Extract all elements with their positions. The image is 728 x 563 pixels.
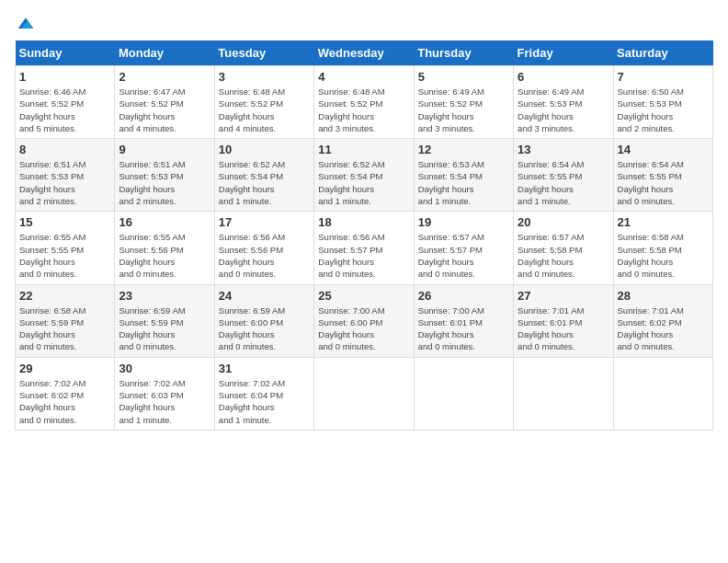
day-info: Sunrise: 6:54 AM Sunset: 5:55 PM Dayligh…	[518, 158, 609, 207]
calendar-cell	[414, 357, 513, 430]
day-number: 19	[418, 215, 509, 229]
calendar-cell: 13 Sunrise: 6:54 AM Sunset: 5:55 PM Dayl…	[514, 139, 613, 212]
day-info: Sunrise: 6:46 AM Sunset: 5:52 PM Dayligh…	[19, 86, 110, 134]
day-number: 25	[318, 289, 409, 303]
day-number: 11	[318, 143, 409, 156]
calendar-cell: 24 Sunrise: 6:59 AM Sunset: 6:00 PM Dayl…	[214, 284, 313, 357]
day-number: 9	[119, 143, 210, 156]
day-info: Sunrise: 6:51 AM Sunset: 5:53 PM Dayligh…	[19, 158, 110, 207]
day-info: Sunrise: 6:59 AM Sunset: 6:00 PM Dayligh…	[219, 304, 310, 353]
day-number: 30	[119, 362, 210, 375]
calendar-cell: 2 Sunrise: 6:47 AM Sunset: 5:52 PM Dayli…	[115, 66, 214, 139]
calendar-cell: 4 Sunrise: 6:48 AM Sunset: 5:52 PM Dayli…	[314, 66, 414, 139]
calendar-cell: 10 Sunrise: 6:52 AM Sunset: 5:54 PM Dayl…	[214, 139, 313, 212]
day-info: Sunrise: 6:59 AM Sunset: 5:59 PM Dayligh…	[119, 304, 210, 353]
day-info: Sunrise: 6:50 AM Sunset: 5:53 PM Dayligh…	[618, 86, 709, 134]
calendar-cell: 30 Sunrise: 7:02 AM Sunset: 6:03 PM Dayl…	[115, 357, 214, 430]
calendar-cell: 23 Sunrise: 6:59 AM Sunset: 5:59 PM Dayl…	[115, 284, 214, 357]
day-info: Sunrise: 7:00 AM Sunset: 6:01 PM Dayligh…	[418, 304, 509, 353]
day-number: 8	[19, 143, 110, 156]
day-number: 7	[618, 70, 709, 84]
weekday-header-wednesday: Wednesday	[314, 40, 414, 66]
day-info: Sunrise: 6:57 AM Sunset: 5:57 PM Dayligh…	[418, 231, 509, 280]
day-number: 23	[119, 289, 210, 303]
day-info: Sunrise: 6:58 AM Sunset: 5:58 PM Dayligh…	[618, 231, 709, 280]
day-info: Sunrise: 6:57 AM Sunset: 5:58 PM Dayligh…	[518, 231, 609, 280]
weekday-header-row: SundayMondayTuesdayWednesdayThursdayFrid…	[16, 40, 713, 66]
page-header	[15, 15, 713, 33]
calendar-cell: 26 Sunrise: 7:00 AM Sunset: 6:01 PM Dayl…	[414, 284, 513, 357]
weekday-header-sunday: Sunday	[16, 40, 115, 66]
day-number: 29	[19, 362, 110, 375]
day-number: 20	[518, 215, 609, 229]
day-info: Sunrise: 6:53 AM Sunset: 5:54 PM Dayligh…	[418, 158, 509, 207]
weekday-header-tuesday: Tuesday	[214, 40, 313, 66]
day-number: 13	[518, 143, 609, 156]
day-info: Sunrise: 7:00 AM Sunset: 6:00 PM Dayligh…	[318, 304, 409, 353]
calendar-cell: 21 Sunrise: 6:58 AM Sunset: 5:58 PM Dayl…	[613, 212, 712, 284]
calendar-cell: 25 Sunrise: 7:00 AM Sunset: 6:00 PM Dayl…	[314, 284, 414, 357]
calendar-cell: 18 Sunrise: 6:56 AM Sunset: 5:57 PM Dayl…	[314, 212, 414, 284]
calendar-cell: 17 Sunrise: 6:56 AM Sunset: 5:56 PM Dayl…	[214, 212, 313, 284]
day-info: Sunrise: 6:54 AM Sunset: 5:55 PM Dayligh…	[618, 158, 709, 207]
day-number: 3	[219, 70, 310, 84]
day-number: 2	[119, 70, 210, 84]
day-info: Sunrise: 7:02 AM Sunset: 6:02 PM Dayligh…	[19, 377, 110, 426]
day-number: 5	[418, 70, 509, 84]
day-info: Sunrise: 7:02 AM Sunset: 6:03 PM Dayligh…	[119, 377, 210, 426]
calendar-cell: 22 Sunrise: 6:58 AM Sunset: 5:59 PM Dayl…	[16, 284, 115, 357]
calendar-cell: 3 Sunrise: 6:48 AM Sunset: 5:52 PM Dayli…	[214, 66, 313, 139]
day-info: Sunrise: 6:56 AM Sunset: 5:56 PM Dayligh…	[219, 231, 310, 280]
day-number: 28	[618, 289, 709, 303]
calendar-cell: 29 Sunrise: 7:02 AM Sunset: 6:02 PM Dayl…	[16, 357, 115, 430]
day-number: 16	[119, 215, 210, 229]
calendar-cell: 12 Sunrise: 6:53 AM Sunset: 5:54 PM Dayl…	[414, 139, 513, 212]
logo-icon	[17, 15, 35, 33]
calendar-table: SundayMondayTuesdayWednesdayThursdayFrid…	[15, 40, 713, 431]
day-info: Sunrise: 6:49 AM Sunset: 5:52 PM Dayligh…	[418, 86, 509, 134]
calendar-cell: 31 Sunrise: 7:02 AM Sunset: 6:04 PM Dayl…	[214, 357, 313, 430]
day-number: 24	[219, 289, 310, 303]
calendar-cell	[514, 357, 613, 430]
day-number: 31	[219, 362, 310, 375]
day-number: 21	[618, 215, 709, 229]
day-number: 18	[318, 215, 409, 229]
day-number: 17	[219, 215, 310, 229]
calendar-cell: 16 Sunrise: 6:55 AM Sunset: 5:56 PM Dayl…	[115, 212, 214, 284]
calendar-week-row: 8 Sunrise: 6:51 AM Sunset: 5:53 PM Dayli…	[16, 139, 713, 212]
day-number: 26	[418, 289, 509, 303]
day-info: Sunrise: 6:51 AM Sunset: 5:53 PM Dayligh…	[119, 158, 210, 207]
calendar-cell: 19 Sunrise: 6:57 AM Sunset: 5:57 PM Dayl…	[414, 212, 513, 284]
day-info: Sunrise: 6:52 AM Sunset: 5:54 PM Dayligh…	[318, 158, 409, 207]
day-info: Sunrise: 7:01 AM Sunset: 6:02 PM Dayligh…	[618, 304, 709, 353]
weekday-header-monday: Monday	[115, 40, 214, 66]
day-number: 4	[318, 70, 409, 84]
day-number: 12	[418, 143, 509, 156]
calendar-cell: 7 Sunrise: 6:50 AM Sunset: 5:53 PM Dayli…	[613, 66, 712, 139]
calendar-week-row: 29 Sunrise: 7:02 AM Sunset: 6:02 PM Dayl…	[16, 357, 713, 430]
calendar-cell: 27 Sunrise: 7:01 AM Sunset: 6:01 PM Dayl…	[514, 284, 613, 357]
day-number: 6	[518, 70, 609, 84]
logo	[15, 15, 35, 33]
calendar-cell: 11 Sunrise: 6:52 AM Sunset: 5:54 PM Dayl…	[314, 139, 414, 212]
weekday-header-friday: Friday	[514, 40, 613, 66]
calendar-cell: 14 Sunrise: 6:54 AM Sunset: 5:55 PM Dayl…	[613, 139, 712, 212]
day-info: Sunrise: 6:48 AM Sunset: 5:52 PM Dayligh…	[219, 86, 310, 134]
day-number: 10	[219, 143, 310, 156]
day-info: Sunrise: 6:56 AM Sunset: 5:57 PM Dayligh…	[318, 231, 409, 280]
day-info: Sunrise: 6:55 AM Sunset: 5:55 PM Dayligh…	[19, 231, 110, 280]
day-info: Sunrise: 6:55 AM Sunset: 5:56 PM Dayligh…	[119, 231, 210, 280]
calendar-cell	[314, 357, 414, 430]
day-number: 27	[518, 289, 609, 303]
day-info: Sunrise: 7:01 AM Sunset: 6:01 PM Dayligh…	[518, 304, 609, 353]
day-info: Sunrise: 6:49 AM Sunset: 5:53 PM Dayligh…	[518, 86, 609, 134]
calendar-week-row: 1 Sunrise: 6:46 AM Sunset: 5:52 PM Dayli…	[16, 66, 713, 139]
day-info: Sunrise: 7:02 AM Sunset: 6:04 PM Dayligh…	[219, 377, 310, 426]
day-info: Sunrise: 6:52 AM Sunset: 5:54 PM Dayligh…	[219, 158, 310, 207]
calendar-cell: 20 Sunrise: 6:57 AM Sunset: 5:58 PM Dayl…	[514, 212, 613, 284]
calendar-week-row: 22 Sunrise: 6:58 AM Sunset: 5:59 PM Dayl…	[16, 284, 713, 357]
calendar-cell: 15 Sunrise: 6:55 AM Sunset: 5:55 PM Dayl…	[16, 212, 115, 284]
calendar-cell: 1 Sunrise: 6:46 AM Sunset: 5:52 PM Dayli…	[16, 66, 115, 139]
calendar-cell: 5 Sunrise: 6:49 AM Sunset: 5:52 PM Dayli…	[414, 66, 513, 139]
day-number: 1	[19, 70, 110, 84]
